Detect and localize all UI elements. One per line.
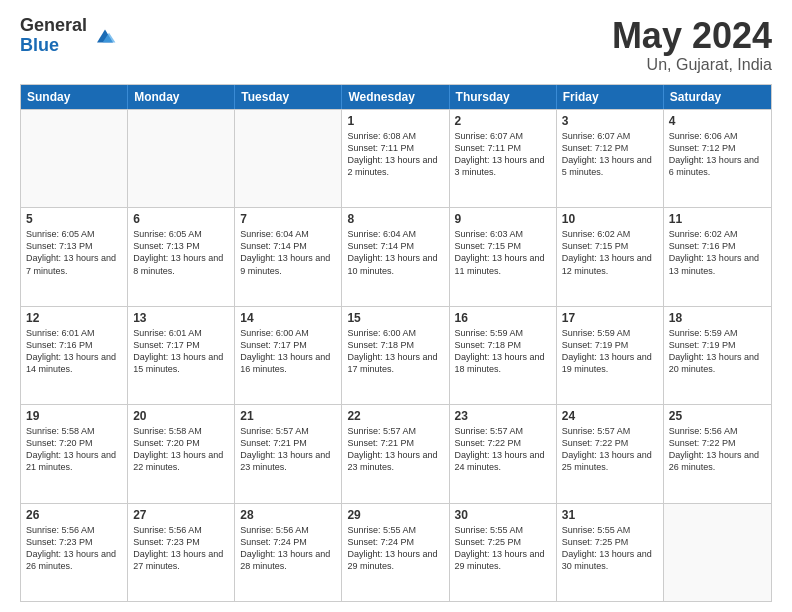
main-title: May 2024 [612, 16, 772, 56]
calendar-cell: 7Sunrise: 6:04 AMSunset: 7:14 PMDaylight… [235, 208, 342, 305]
sunset-text: Sunset: 7:15 PM [562, 240, 658, 252]
calendar-week-row: 5Sunrise: 6:05 AMSunset: 7:13 PMDaylight… [21, 207, 771, 305]
daylight-text: Daylight: 13 hours and 3 minutes. [455, 154, 551, 178]
calendar-cell: 13Sunrise: 6:01 AMSunset: 7:17 PMDayligh… [128, 307, 235, 404]
sunrise-text: Sunrise: 5:56 AM [26, 524, 122, 536]
calendar-cell: 18Sunrise: 5:59 AMSunset: 7:19 PMDayligh… [664, 307, 771, 404]
daylight-text: Daylight: 13 hours and 2 minutes. [347, 154, 443, 178]
calendar-cell: 23Sunrise: 5:57 AMSunset: 7:22 PMDayligh… [450, 405, 557, 502]
day-number: 5 [26, 212, 122, 226]
calendar-cell: 21Sunrise: 5:57 AMSunset: 7:21 PMDayligh… [235, 405, 342, 502]
calendar-cell [128, 110, 235, 207]
sunset-text: Sunset: 7:24 PM [240, 536, 336, 548]
daylight-text: Daylight: 13 hours and 21 minutes. [26, 449, 122, 473]
sunrise-text: Sunrise: 6:00 AM [347, 327, 443, 339]
daylight-text: Daylight: 13 hours and 26 minutes. [26, 548, 122, 572]
day-number: 3 [562, 114, 658, 128]
daylight-text: Daylight: 13 hours and 20 minutes. [669, 351, 766, 375]
day-number: 27 [133, 508, 229, 522]
calendar-cell: 10Sunrise: 6:02 AMSunset: 7:15 PMDayligh… [557, 208, 664, 305]
daylight-text: Daylight: 13 hours and 18 minutes. [455, 351, 551, 375]
calendar-cell: 6Sunrise: 6:05 AMSunset: 7:13 PMDaylight… [128, 208, 235, 305]
calendar-cell: 2Sunrise: 6:07 AMSunset: 7:11 PMDaylight… [450, 110, 557, 207]
sunrise-text: Sunrise: 5:58 AM [133, 425, 229, 437]
subtitle: Un, Gujarat, India [612, 56, 772, 74]
day-number: 22 [347, 409, 443, 423]
calendar-header-cell: Tuesday [235, 85, 342, 109]
day-number: 4 [669, 114, 766, 128]
daylight-text: Daylight: 13 hours and 29 minutes. [347, 548, 443, 572]
sunset-text: Sunset: 7:13 PM [26, 240, 122, 252]
sunset-text: Sunset: 7:12 PM [669, 142, 766, 154]
sunrise-text: Sunrise: 6:04 AM [240, 228, 336, 240]
daylight-text: Daylight: 13 hours and 14 minutes. [26, 351, 122, 375]
calendar-body: 1Sunrise: 6:08 AMSunset: 7:11 PMDaylight… [21, 109, 771, 601]
day-number: 20 [133, 409, 229, 423]
day-number: 14 [240, 311, 336, 325]
calendar-cell: 4Sunrise: 6:06 AMSunset: 7:12 PMDaylight… [664, 110, 771, 207]
sunrise-text: Sunrise: 5:56 AM [133, 524, 229, 536]
calendar-cell: 5Sunrise: 6:05 AMSunset: 7:13 PMDaylight… [21, 208, 128, 305]
sunrise-text: Sunrise: 6:05 AM [26, 228, 122, 240]
daylight-text: Daylight: 13 hours and 15 minutes. [133, 351, 229, 375]
sunset-text: Sunset: 7:22 PM [669, 437, 766, 449]
day-number: 6 [133, 212, 229, 226]
calendar-week-row: 12Sunrise: 6:01 AMSunset: 7:16 PMDayligh… [21, 306, 771, 404]
calendar-week-row: 19Sunrise: 5:58 AMSunset: 7:20 PMDayligh… [21, 404, 771, 502]
day-number: 28 [240, 508, 336, 522]
logo-general: General [20, 16, 87, 36]
daylight-text: Daylight: 13 hours and 6 minutes. [669, 154, 766, 178]
daylight-text: Daylight: 13 hours and 10 minutes. [347, 252, 443, 276]
sunrise-text: Sunrise: 6:02 AM [562, 228, 658, 240]
calendar-cell: 1Sunrise: 6:08 AMSunset: 7:11 PMDaylight… [342, 110, 449, 207]
day-number: 29 [347, 508, 443, 522]
calendar-cell [21, 110, 128, 207]
day-number: 11 [669, 212, 766, 226]
day-number: 7 [240, 212, 336, 226]
sunrise-text: Sunrise: 5:59 AM [669, 327, 766, 339]
sunset-text: Sunset: 7:22 PM [455, 437, 551, 449]
sunrise-text: Sunrise: 5:59 AM [562, 327, 658, 339]
sunset-text: Sunset: 7:22 PM [562, 437, 658, 449]
daylight-text: Daylight: 13 hours and 16 minutes. [240, 351, 336, 375]
sunset-text: Sunset: 7:21 PM [240, 437, 336, 449]
calendar-cell: 29Sunrise: 5:55 AMSunset: 7:24 PMDayligh… [342, 504, 449, 601]
calendar-cell [664, 504, 771, 601]
calendar-cell: 26Sunrise: 5:56 AMSunset: 7:23 PMDayligh… [21, 504, 128, 601]
daylight-text: Daylight: 13 hours and 13 minutes. [669, 252, 766, 276]
daylight-text: Daylight: 13 hours and 8 minutes. [133, 252, 229, 276]
sunset-text: Sunset: 7:11 PM [347, 142, 443, 154]
sunrise-text: Sunrise: 5:55 AM [562, 524, 658, 536]
header: General Blue May 2024 Un, Gujarat, India [20, 16, 772, 74]
calendar-cell: 19Sunrise: 5:58 AMSunset: 7:20 PMDayligh… [21, 405, 128, 502]
sunrise-text: Sunrise: 5:57 AM [240, 425, 336, 437]
sunrise-text: Sunrise: 5:55 AM [347, 524, 443, 536]
sunrise-text: Sunrise: 5:57 AM [562, 425, 658, 437]
sunset-text: Sunset: 7:17 PM [240, 339, 336, 351]
sunrise-text: Sunrise: 5:58 AM [26, 425, 122, 437]
daylight-text: Daylight: 13 hours and 19 minutes. [562, 351, 658, 375]
calendar-header-cell: Sunday [21, 85, 128, 109]
calendar-cell: 30Sunrise: 5:55 AMSunset: 7:25 PMDayligh… [450, 504, 557, 601]
calendar-cell: 25Sunrise: 5:56 AMSunset: 7:22 PMDayligh… [664, 405, 771, 502]
sunset-text: Sunset: 7:20 PM [26, 437, 122, 449]
day-number: 1 [347, 114, 443, 128]
calendar-cell: 11Sunrise: 6:02 AMSunset: 7:16 PMDayligh… [664, 208, 771, 305]
day-number: 23 [455, 409, 551, 423]
calendar-cell: 17Sunrise: 5:59 AMSunset: 7:19 PMDayligh… [557, 307, 664, 404]
calendar-header-cell: Monday [128, 85, 235, 109]
sunset-text: Sunset: 7:23 PM [26, 536, 122, 548]
calendar-header-cell: Saturday [664, 85, 771, 109]
sunrise-text: Sunrise: 5:57 AM [455, 425, 551, 437]
sunrise-text: Sunrise: 6:06 AM [669, 130, 766, 142]
sunrise-text: Sunrise: 6:01 AM [26, 327, 122, 339]
sunset-text: Sunset: 7:19 PM [562, 339, 658, 351]
daylight-text: Daylight: 13 hours and 23 minutes. [240, 449, 336, 473]
calendar: SundayMondayTuesdayWednesdayThursdayFrid… [20, 84, 772, 602]
day-number: 12 [26, 311, 122, 325]
daylight-text: Daylight: 13 hours and 12 minutes. [562, 252, 658, 276]
day-number: 9 [455, 212, 551, 226]
day-number: 19 [26, 409, 122, 423]
logo-icon [93, 26, 117, 46]
sunset-text: Sunset: 7:18 PM [347, 339, 443, 351]
